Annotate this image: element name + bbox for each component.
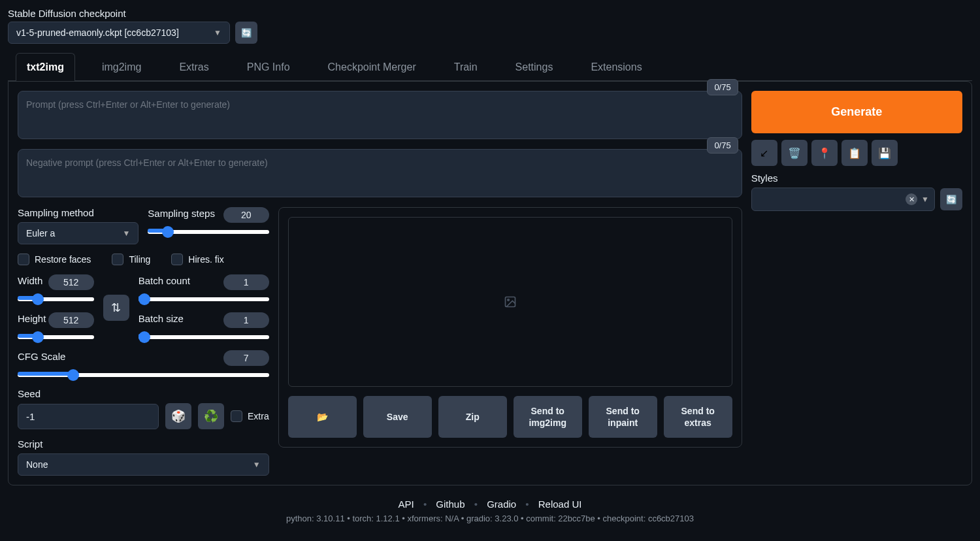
chevron-down-icon: ▼ <box>253 460 261 469</box>
batch-count-label: Batch count <box>139 275 190 286</box>
script-dropdown[interactable]: None ▼ <box>18 453 269 476</box>
checkbox-icon <box>171 254 183 265</box>
reuse-seed-button[interactable]: ♻️ <box>198 403 224 429</box>
separator-dot: • <box>525 499 529 510</box>
arrow-icon: ↙ <box>760 147 768 159</box>
refresh-icon: 🔄 <box>946 195 957 205</box>
output-preview[interactable] <box>288 217 732 387</box>
checkpoint-label: Stable Diffusion checkpoint <box>8 8 972 19</box>
seed-input[interactable] <box>18 404 159 429</box>
chevron-down-icon: ▼ <box>122 229 130 238</box>
arrow-tool-button[interactable]: ↙ <box>751 140 777 166</box>
footer: API • Github • Gradio • Reload UI python… <box>8 499 972 523</box>
footer-link-gradio[interactable]: Gradio <box>487 499 516 510</box>
open-folder-button[interactable]: 📂 <box>288 396 357 438</box>
send-to-extras-button[interactable]: Send to extras <box>664 396 732 438</box>
chevron-down-icon: ▼ <box>921 195 929 204</box>
dice-icon: 🎲 <box>171 409 186 423</box>
checkbox-icon <box>112 254 123 265</box>
refresh-checkpoint-button[interactable]: 🔄 <box>235 22 257 44</box>
tiling-label: Tiling <box>129 254 150 265</box>
sampling-method-dropdown[interactable]: Euler a ▼ <box>18 222 139 244</box>
save-icon: 💾 <box>878 147 891 159</box>
height-slider[interactable] <box>18 335 94 339</box>
styles-dropdown[interactable]: ✕ ▼ <box>751 188 935 211</box>
hires-fix-checkbox[interactable]: Hires. fix <box>171 254 223 265</box>
save-button[interactable]: Save <box>363 396 432 438</box>
clipboard-icon: 📋 <box>848 147 861 159</box>
image-icon <box>504 295 517 308</box>
tab-extensions[interactable]: Extensions <box>580 53 653 81</box>
clear-styles-button[interactable]: ✕ <box>906 193 917 205</box>
separator-dot: • <box>474 499 478 510</box>
footer-link-github[interactable]: Github <box>436 499 465 510</box>
refresh-icon: 🔄 <box>241 28 252 38</box>
styles-label: Styles <box>751 172 962 184</box>
tab-settings[interactable]: Settings <box>504 53 564 81</box>
prompt-input[interactable] <box>18 91 742 139</box>
tab-txt2img[interactable]: txt2img <box>16 53 75 81</box>
zip-button[interactable]: Zip <box>438 396 507 438</box>
checkbox-icon <box>231 410 242 422</box>
seed-extra-checkbox[interactable]: Extra <box>231 410 269 422</box>
folder-icon: 📂 <box>317 411 328 423</box>
sampling-steps-value[interactable]: 20 <box>223 207 269 223</box>
height-label: Height <box>18 313 46 324</box>
cfg-value[interactable]: 7 <box>223 350 269 366</box>
refresh-styles-button[interactable]: 🔄 <box>940 188 962 210</box>
batch-size-value[interactable]: 1 <box>223 312 269 328</box>
paste-button[interactable]: 📋 <box>841 140 868 166</box>
cfg-slider[interactable] <box>18 373 269 377</box>
tab-extras[interactable]: Extras <box>168 53 220 81</box>
footer-info: python: 3.10.11 • torch: 1.12.1 • xforme… <box>8 514 972 523</box>
restore-faces-label: Restore faces <box>35 254 91 265</box>
swap-icon: ⇅ <box>111 301 121 315</box>
styles-tool-button[interactable]: 📍 <box>811 140 838 166</box>
negative-prompt-input[interactable] <box>18 149 742 197</box>
batch-size-label: Batch size <box>139 313 184 324</box>
sampling-steps-label: Sampling steps <box>148 208 215 219</box>
batch-count-value[interactable]: 1 <box>223 274 269 290</box>
trash-icon: 🗑️ <box>788 147 801 159</box>
main-panel: 0/75 0/75 Sampling method Euler a ▼ <box>8 81 972 485</box>
checkpoint-section: Stable Diffusion checkpoint v1-5-pruned-… <box>8 8 972 44</box>
neg-token-count: 0/75 <box>707 137 738 154</box>
tab-img2img[interactable]: img2img <box>91 53 152 81</box>
tiling-checkbox[interactable]: Tiling <box>112 254 150 265</box>
sampling-steps-slider[interactable] <box>148 230 269 234</box>
recycle-icon: ♻️ <box>204 409 218 423</box>
negative-prompt-area: 0/75 <box>18 149 742 199</box>
footer-link-api[interactable]: API <box>399 499 414 510</box>
width-slider[interactable] <box>18 297 94 301</box>
generate-button[interactable]: Generate <box>751 91 962 133</box>
width-label: Width <box>18 275 42 286</box>
batch-size-slider[interactable] <box>139 335 269 339</box>
prompt-token-count: 0/75 <box>707 79 738 95</box>
pin-icon: 📍 <box>818 147 831 159</box>
separator-dot: • <box>423 499 427 510</box>
script-value: None <box>26 459 48 470</box>
clear-prompt-button[interactable]: 🗑️ <box>781 140 808 166</box>
send-to-img2img-button[interactable]: Send to img2img <box>514 396 582 438</box>
swap-dimensions-button[interactable]: ⇅ <box>103 295 129 321</box>
svg-point-1 <box>508 299 510 301</box>
batch-count-slider[interactable] <box>139 297 269 301</box>
width-value[interactable]: 512 <box>48 274 94 290</box>
footer-link-reload[interactable]: Reload UI <box>538 499 582 510</box>
checkpoint-dropdown[interactable]: v1-5-pruned-emaonly.ckpt [cc6cb27103] ▼ <box>8 22 230 44</box>
script-label: Script <box>18 438 269 450</box>
checkpoint-value: v1-5-pruned-emaonly.ckpt [cc6cb27103] <box>16 27 179 38</box>
height-value[interactable]: 512 <box>48 312 94 328</box>
prompt-area: 0/75 <box>18 91 742 141</box>
randomize-seed-button[interactable]: 🎲 <box>165 403 191 429</box>
cfg-label: CFG Scale <box>18 351 65 362</box>
save-style-button[interactable]: 💾 <box>872 140 898 166</box>
restore-faces-checkbox[interactable]: Restore faces <box>18 254 91 265</box>
sampling-method-label: Sampling method <box>18 207 139 218</box>
tab-train[interactable]: Train <box>443 53 489 81</box>
tab-checkpoint-merger[interactable]: Checkpoint Merger <box>317 53 427 81</box>
sampling-method-value: Euler a <box>26 228 55 238</box>
tab-pnginfo[interactable]: PNG Info <box>236 53 301 81</box>
main-tabs: txt2img img2img Extras PNG Info Checkpoi… <box>8 53 972 81</box>
send-to-inpaint-button[interactable]: Send to inpaint <box>589 396 657 438</box>
